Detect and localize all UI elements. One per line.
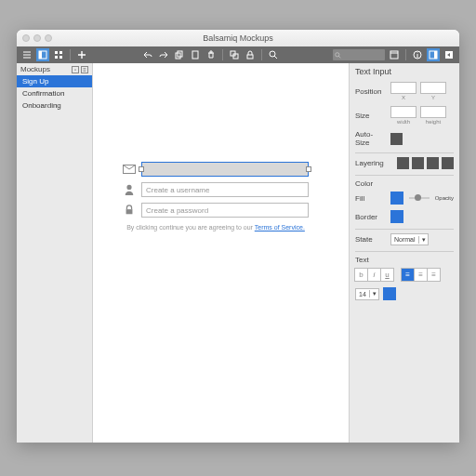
quick-add-input[interactable]	[333, 49, 385, 60]
toolbar	[17, 46, 459, 63]
properties-panel: Text Input Position X Y Size width heigh…	[350, 63, 459, 443]
border-swatch[interactable]	[390, 210, 403, 223]
resize-handle-left[interactable]	[139, 166, 144, 172]
plus-icon[interactable]	[75, 48, 88, 61]
sidebar-item-signup[interactable]: Sign Up	[17, 75, 92, 87]
inspector-icon[interactable]	[427, 48, 440, 61]
email-field[interactable]	[141, 162, 309, 177]
autosize-label: Auto-Size	[355, 130, 387, 147]
bring-front-button[interactable]	[397, 157, 409, 169]
opacity-label: Opacity	[435, 195, 454, 201]
paste-icon[interactable]	[189, 48, 202, 61]
svg-rect-1	[39, 51, 42, 59]
copy-icon[interactable]	[173, 48, 186, 61]
align-left-button[interactable]: ≡	[401, 268, 415, 282]
position-x-input[interactable]	[390, 82, 416, 94]
position-label: Position	[355, 87, 387, 96]
underline-button[interactable]: u	[380, 268, 394, 282]
send-backward-button[interactable]	[427, 157, 439, 169]
password-field[interactable]: Create a password	[141, 203, 309, 218]
bring-forward-button[interactable]	[412, 157, 424, 169]
height-input[interactable]	[420, 106, 446, 118]
svg-rect-4	[55, 56, 58, 59]
undo-icon[interactable]	[141, 48, 154, 61]
panel-left-icon[interactable]	[36, 48, 49, 61]
text-label: Text	[355, 256, 454, 264]
sidebar-title: Mockups	[20, 65, 50, 73]
svg-rect-8	[192, 51, 198, 59]
fill-swatch[interactable]	[390, 192, 403, 205]
align-center-button[interactable]: ≡	[414, 268, 428, 282]
svg-rect-2	[55, 51, 58, 54]
sidebar-expand-icon[interactable]: ▫	[72, 66, 79, 73]
library-icon[interactable]	[388, 48, 401, 61]
sidebar-item-confirmation[interactable]: Confirmation	[17, 87, 92, 99]
sidebar: Mockups ▫ ≡ Sign Up Confirmation Onboard…	[17, 63, 93, 443]
canvas[interactable]: Create a username Create a password By c…	[93, 63, 350, 443]
svg-rect-5	[60, 56, 62, 59]
props-title: Text Input	[355, 67, 454, 76]
envelope-icon	[123, 163, 136, 176]
svg-point-20	[126, 185, 131, 190]
svg-rect-21	[126, 209, 133, 214]
mockup: Create a username Create a password By c…	[123, 162, 309, 231]
fullscreen-icon[interactable]	[443, 48, 456, 61]
username-field[interactable]: Create a username	[141, 182, 309, 197]
grid-icon[interactable]	[52, 48, 65, 61]
sidebar-header: Mockups ▫ ≡	[17, 63, 92, 75]
svg-rect-11	[247, 55, 253, 59]
italic-button[interactable]: i	[367, 268, 381, 282]
hamburger-icon[interactable]	[20, 48, 33, 61]
terms-link[interactable]: Terms of Service.	[255, 224, 305, 231]
terms-text: By clicking continue you are agreeing to…	[123, 223, 309, 231]
state-select[interactable]: Normal▾	[390, 233, 429, 245]
info-icon[interactable]	[411, 48, 424, 61]
opacity-slider[interactable]	[409, 197, 430, 199]
fontsize-select[interactable]: 14▾	[355, 288, 379, 300]
autosize-button[interactable]	[390, 133, 403, 145]
width-input[interactable]	[390, 106, 416, 118]
zoom-icon[interactable]	[267, 48, 280, 61]
resize-handle-right[interactable]	[306, 166, 311, 172]
state-label: State	[355, 235, 387, 244]
group-icon[interactable]	[228, 48, 241, 61]
position-y-input[interactable]	[420, 82, 446, 94]
sidebar-list-icon[interactable]: ≡	[81, 66, 88, 73]
send-back-button[interactable]	[442, 157, 454, 169]
size-label: Size	[355, 112, 387, 120]
window-title: Balsamiq Mockups	[17, 33, 459, 43]
lock-field-icon	[123, 204, 136, 217]
border-label: Border	[355, 213, 387, 221]
layering-label: Layering	[355, 159, 387, 167]
redo-icon[interactable]	[157, 48, 170, 61]
titlebar: Balsamiq Mockups	[17, 30, 459, 46]
trash-icon[interactable]	[205, 48, 218, 61]
bold-button[interactable]: b	[354, 268, 368, 282]
svg-rect-17	[434, 51, 437, 59]
text-color-swatch[interactable]	[383, 287, 396, 300]
fill-label: Fill	[355, 194, 387, 203]
svg-rect-14	[390, 51, 398, 59]
color-label: Color	[355, 179, 454, 188]
svg-rect-3	[60, 51, 62, 54]
align-right-button[interactable]: ≡	[427, 268, 441, 282]
app-window: Balsamiq Mockups Mockups ▫	[17, 30, 459, 443]
lock-icon[interactable]	[244, 48, 257, 61]
sidebar-item-onboarding[interactable]: Onboarding	[17, 99, 92, 112]
user-icon	[123, 183, 136, 196]
